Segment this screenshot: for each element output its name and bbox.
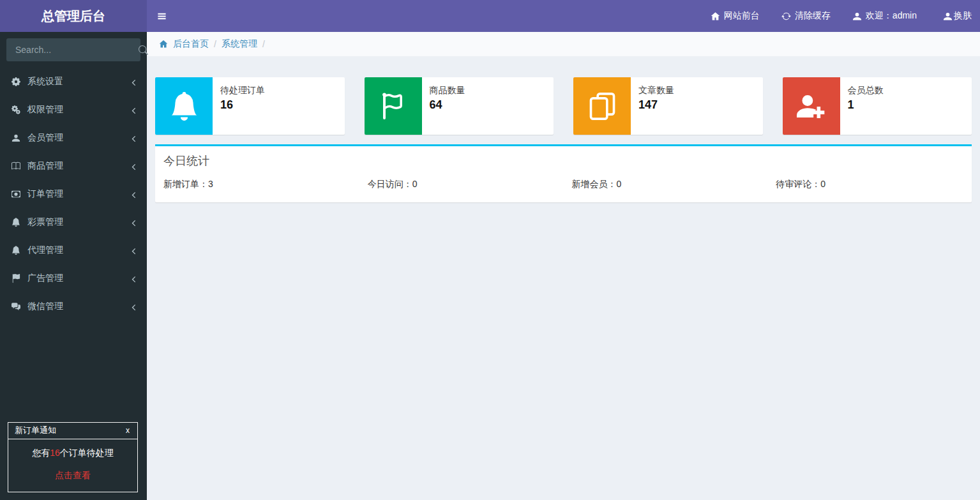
sidebar-item-products[interactable]: 商品管理 xyxy=(0,152,147,180)
stat-card-label: 待处理订单 xyxy=(220,85,265,96)
sidebar-item-agents[interactable]: 代理管理 xyxy=(0,236,147,264)
stat-card-value: 1 xyxy=(848,98,884,112)
pending-order-count: 16 xyxy=(50,448,60,458)
refresh-icon xyxy=(781,11,791,21)
stat-pending-comments: 待审评论：0 xyxy=(767,179,972,190)
stat-card-pending-orders: 待处理订单 16 xyxy=(155,77,345,135)
stat-card-label: 文章数量 xyxy=(638,85,674,96)
breadcrumb-separator: / xyxy=(214,39,216,49)
chevron-left-icon xyxy=(130,77,137,87)
flag-icon xyxy=(365,77,422,135)
sidebar-item-label: 彩票管理 xyxy=(27,216,63,228)
order-notification-box: 新订单通知 x 您有16个订单待处理 点击查看 xyxy=(8,422,138,492)
sidebar-item-label: 微信管理 xyxy=(27,301,63,312)
notification-header: 新订单通知 x xyxy=(8,423,137,439)
chevron-left-icon xyxy=(130,133,137,143)
bell-icon xyxy=(10,246,22,255)
dashboard-main: 待处理订单 16 商品数量 64 文章数量 147 xyxy=(147,56,980,202)
sidebar-item-lottery[interactable]: 彩票管理 xyxy=(0,208,147,236)
stat-today-visits: 今日访问：0 xyxy=(359,179,564,190)
user-icon xyxy=(10,133,22,142)
sidebar-item-wechat[interactable]: 微信管理 xyxy=(0,292,147,321)
gear-icon xyxy=(10,77,22,86)
breadcrumb-separator: / xyxy=(262,39,265,49)
person-icon xyxy=(943,11,953,21)
view-orders-link[interactable]: 点击查看 xyxy=(55,470,91,481)
stat-card-value: 147 xyxy=(638,98,674,112)
stat-new-members: 新增会员：0 xyxy=(564,179,768,190)
notification-title: 新订单通知 xyxy=(15,425,56,436)
home-icon xyxy=(711,11,720,21)
gears-icon xyxy=(10,105,22,114)
stat-new-orders: 新增订单：3 xyxy=(155,179,359,190)
chevron-left-icon xyxy=(130,105,137,115)
nav-site-frontend[interactable]: 网站前台 xyxy=(700,0,771,32)
sidebar-item-label: 订单管理 xyxy=(27,188,63,200)
sidebar-item-label: 代理管理 xyxy=(27,245,63,256)
nav-label: 欢迎：admin xyxy=(866,10,917,22)
book-icon xyxy=(10,162,22,170)
stat-card-value: 64 xyxy=(430,98,465,112)
hamburger-icon xyxy=(157,11,167,21)
breadcrumb-system-link[interactable]: 系统管理 xyxy=(222,38,257,50)
panel-title: 今日统计 xyxy=(155,146,972,170)
top-nav-right: 网站前台 清除缓存 欢迎：admin 换肤 xyxy=(700,0,980,32)
user-plus-icon xyxy=(783,77,840,135)
sidebar-search xyxy=(6,38,140,61)
home-icon xyxy=(159,40,168,49)
today-stats-panel: 今日统计 新增订单：3 今日访问：0 新增会员：0 待审评论：0 xyxy=(155,144,972,202)
comments-icon xyxy=(10,302,22,311)
nav-welcome-admin[interactable]: 欢迎：admin xyxy=(841,0,928,32)
sidebar-item-label: 商品管理 xyxy=(27,160,63,172)
notification-message: 您有16个订单待处理 xyxy=(11,448,135,459)
sidebar-item-members[interactable]: 会员管理 xyxy=(0,124,147,152)
sidebar-item-system-settings[interactable]: 系统设置 xyxy=(0,68,147,96)
sidebar-item-label: 系统设置 xyxy=(27,76,63,87)
search-input[interactable] xyxy=(6,45,131,55)
stat-card-product-count: 商品数量 64 xyxy=(365,77,554,135)
sidebar-item-orders[interactable]: 订单管理 xyxy=(0,180,147,208)
nav-label: 清除缓存 xyxy=(795,10,831,22)
nav-label: 换肤 xyxy=(954,10,972,22)
today-stats-row: 新增订单：3 今日访问：0 新增会员：0 待审评论：0 xyxy=(155,170,972,202)
chevron-left-icon xyxy=(130,217,137,227)
stat-card-article-count: 文章数量 147 xyxy=(573,77,763,135)
top-navbar: 网站前台 清除缓存 欢迎：admin 换肤 xyxy=(147,0,980,32)
breadcrumb: 后台首页 / 系统管理 / xyxy=(147,32,980,56)
sidebar-toggle-button[interactable] xyxy=(147,0,177,32)
stat-card-member-total: 会员总数 1 xyxy=(783,77,972,135)
nav-change-skin[interactable]: 换肤 xyxy=(928,0,980,32)
breadcrumb-home-link[interactable]: 后台首页 xyxy=(173,38,209,50)
sidebar-item-label: 权限管理 xyxy=(27,104,63,116)
sidebar-item-label: 广告管理 xyxy=(27,273,63,284)
chevron-left-icon xyxy=(130,189,137,199)
notification-body: 您有16个订单待处理 点击查看 xyxy=(8,439,137,492)
content-area: 后台首页 / 系统管理 / 待处理订单 16 商品数量 64 xyxy=(147,0,980,500)
user-icon xyxy=(852,11,862,21)
stat-cards-row: 待处理订单 16 商品数量 64 文章数量 147 xyxy=(155,77,972,135)
stat-card-label: 会员总数 xyxy=(848,85,884,96)
nav-label: 网站前台 xyxy=(724,10,760,22)
close-icon[interactable]: x xyxy=(124,426,131,435)
chevron-left-icon xyxy=(130,273,137,284)
sidebar-item-label: 会员管理 xyxy=(27,132,63,144)
money-icon xyxy=(10,190,22,199)
search-button[interactable] xyxy=(131,45,156,55)
sidebar-menu: 系统设置 权限管理 会员管理 商品管理 订单管理 彩票管理 xyxy=(0,68,147,321)
app-logo[interactable]: 总管理后台 xyxy=(0,0,147,32)
bell-icon xyxy=(10,218,22,227)
nav-clear-cache[interactable]: 清除缓存 xyxy=(771,0,841,32)
top-header: 总管理后台 网站前台 清除缓存 欢迎：admin 换肤 xyxy=(0,0,980,32)
sidebar-item-ads[interactable]: 广告管理 xyxy=(0,264,147,292)
sidebar-item-permissions[interactable]: 权限管理 xyxy=(0,96,147,124)
chevron-left-icon xyxy=(130,161,137,171)
bell-icon xyxy=(155,77,213,135)
sidebar: 系统设置 权限管理 会员管理 商品管理 订单管理 彩票管理 xyxy=(0,32,147,500)
stat-card-label: 商品数量 xyxy=(430,85,465,96)
flag-icon xyxy=(10,274,22,283)
chevron-left-icon xyxy=(130,301,137,312)
chevron-left-icon xyxy=(130,245,137,255)
copy-icon xyxy=(573,77,631,135)
search-icon xyxy=(139,45,148,55)
stat-card-value: 16 xyxy=(220,98,265,112)
